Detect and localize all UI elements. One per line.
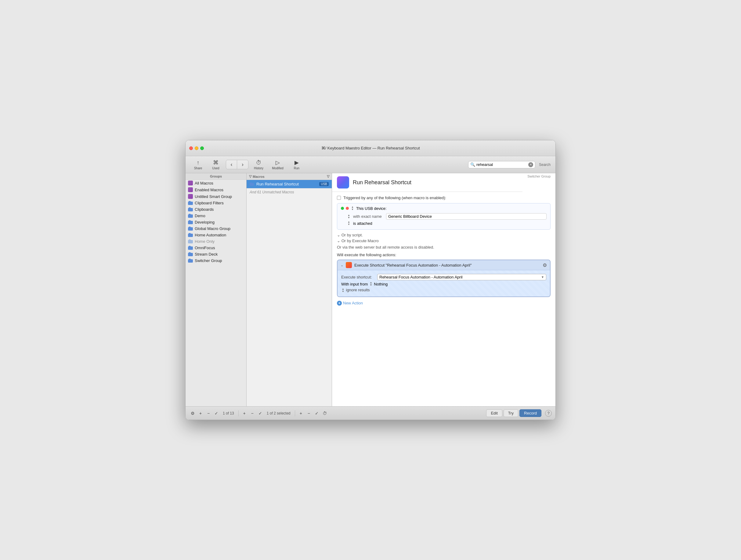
clipboard-filters-folder-icon bbox=[188, 201, 193, 205]
sidebar-item-demo[interactable]: Demo bbox=[186, 213, 246, 219]
share-icon: ↑ bbox=[197, 160, 200, 166]
sidebar-item-omnifocus[interactable]: OmniFocus bbox=[186, 245, 246, 251]
forward-icon: › bbox=[242, 161, 244, 168]
device-name-input[interactable] bbox=[386, 213, 547, 220]
maximize-button[interactable] bbox=[200, 146, 204, 150]
macros-check-button[interactable]: ✓ bbox=[257, 410, 264, 417]
detail-panel: Switcher Group Triggered by any of the f… bbox=[332, 173, 555, 406]
actions-check-button[interactable]: ✓ bbox=[314, 410, 320, 417]
trigger-is-attached-row: ▲▼ is attached bbox=[347, 221, 547, 226]
back-icon: ‹ bbox=[231, 161, 232, 168]
home-automation-folder-icon bbox=[188, 233, 193, 237]
record-button[interactable]: Record bbox=[520, 409, 541, 417]
trigger-disabled-dot bbox=[346, 207, 349, 210]
groups-remove-button[interactable]: − bbox=[205, 410, 212, 417]
trigger-block-header: ▲▼ This USB device: bbox=[341, 206, 547, 211]
trigger-exact-name-row: ▲▼ with exact name bbox=[347, 213, 547, 220]
nav-group: ‹ › bbox=[226, 160, 249, 169]
action-collapse-button[interactable]: ⌄ bbox=[341, 263, 343, 267]
run-rehearsal-folder-icon bbox=[250, 182, 254, 186]
search-clear-button[interactable]: ✕ bbox=[528, 162, 533, 167]
actions-clock-button[interactable]: ⏱ bbox=[321, 410, 328, 417]
with-input-row: With input from ▲▼ Nothing bbox=[341, 282, 546, 287]
home-only-folder-icon bbox=[188, 239, 193, 243]
clipboards-folder-icon bbox=[188, 208, 193, 211]
sidebar-item-home-automation[interactable]: Home Automation bbox=[186, 232, 246, 238]
history-button[interactable]: ⏱ History bbox=[251, 158, 266, 171]
omnifocus-folder-icon bbox=[188, 246, 193, 250]
modified-button[interactable]: ▷ Modified bbox=[269, 158, 286, 171]
unmatched-macros: And 61 Unmatched Macros bbox=[247, 188, 332, 196]
macro-icon bbox=[337, 176, 349, 188]
ignore-results-row[interactable]: ▲▼ ignore results bbox=[341, 288, 546, 293]
toolbar: ↑ Share ⌘ Used ‹ › ⏱ History ▷ Modified … bbox=[186, 156, 555, 173]
action-header: ⌄ Execute Shortcut "Rehearsal Focus Auto… bbox=[338, 260, 550, 270]
execute-shortcut-label: Execute shortcut: bbox=[341, 275, 375, 279]
share-button[interactable]: ↑ Share bbox=[190, 158, 206, 171]
sidebar-item-switcher-group[interactable]: Switcher Group bbox=[186, 257, 246, 264]
used-icon: ⌘ bbox=[213, 159, 218, 166]
sidebar-item-clipboards[interactable]: Clipboards bbox=[186, 206, 246, 213]
sidebar-item-untitled-smart-group[interactable]: Untitled Smart Group bbox=[186, 193, 246, 200]
all-macros-icon bbox=[188, 180, 193, 185]
run-button[interactable]: ▶ Run bbox=[289, 158, 304, 171]
new-action-button[interactable]: + New Action bbox=[337, 301, 551, 306]
macros-remove-button[interactable]: − bbox=[249, 410, 256, 417]
switcher-group-folder-icon bbox=[188, 259, 193, 263]
macros-add-button[interactable]: + bbox=[241, 410, 248, 417]
or-script-row[interactable]: Or by script. bbox=[337, 233, 551, 237]
main-window: ⌘/ Keyboard Maestro Editor — Run Rehears… bbox=[185, 140, 556, 420]
actions-remove-button[interactable]: − bbox=[306, 410, 312, 417]
execute-shortcut-row: Execute shortcut: Rehearsal Focus Automa… bbox=[341, 274, 546, 280]
macros-header: ▽ Macros ▽ bbox=[247, 173, 332, 180]
used-button[interactable]: ⌘ Used bbox=[208, 158, 223, 171]
macros-panel: ▽ Macros ▽ Run Rehearsal Shortcut USB An… bbox=[247, 173, 332, 406]
sidebar-item-enabled-macros[interactable]: Enabled Macros bbox=[186, 186, 246, 193]
macro-title-input[interactable] bbox=[353, 179, 518, 186]
nothing-stepper[interactable]: ▲▼ bbox=[369, 282, 372, 287]
is-attached-label: is attached bbox=[353, 221, 372, 226]
action-gear-button[interactable]: ⚙ bbox=[543, 262, 547, 268]
groups-check-button[interactable]: ✓ bbox=[213, 410, 220, 417]
help-button[interactable]: ? bbox=[545, 410, 552, 417]
smart-group-icon bbox=[188, 194, 193, 199]
search-input[interactable] bbox=[476, 162, 527, 167]
history-icon: ⏱ bbox=[256, 160, 262, 166]
forward-button[interactable]: › bbox=[237, 160, 248, 169]
try-button[interactable]: Try bbox=[503, 409, 518, 417]
sidebar-item-home-only[interactable]: Home Only bbox=[186, 238, 246, 245]
sidebar-item-clipboard-filters[interactable]: Clipboard Filters bbox=[186, 200, 246, 206]
actions-add-button[interactable]: + bbox=[297, 410, 304, 417]
new-action-plus-icon: + bbox=[337, 301, 342, 306]
bottom-divider-2 bbox=[295, 410, 295, 416]
modified-icon: ▷ bbox=[276, 159, 280, 166]
or-execute-macro-row[interactable]: Or by Execute Macro bbox=[337, 239, 551, 243]
trigger-checkbox[interactable] bbox=[337, 196, 341, 200]
back-button[interactable]: ‹ bbox=[226, 160, 237, 169]
shortcut-chevron-icon: ▼ bbox=[541, 275, 544, 279]
detail-body: Triggered by any of the following (when … bbox=[332, 192, 555, 406]
sidebar-item-developing[interactable]: Developing bbox=[186, 219, 246, 225]
trigger-stepper[interactable]: ▲▼ bbox=[351, 206, 354, 211]
groups-gear-button[interactable]: ⚙ bbox=[189, 410, 196, 417]
sidebar-item-all-macros[interactable]: All Macros bbox=[186, 180, 246, 186]
exact-name-stepper[interactable]: ▲▼ bbox=[348, 214, 350, 219]
is-attached-stepper[interactable]: ▲▼ bbox=[348, 221, 350, 226]
sidebar-item-stream-deck[interactable]: Stream Deck bbox=[186, 251, 246, 257]
exact-name-label: with exact name bbox=[353, 214, 384, 219]
sidebar-item-global-macro-group[interactable]: Global Macro Group bbox=[186, 225, 246, 232]
edit-button[interactable]: Edit bbox=[486, 409, 502, 417]
macro-count: 1 of 2 selected bbox=[267, 411, 290, 415]
group-count: 1 of 13 bbox=[223, 411, 234, 415]
minimize-button[interactable] bbox=[195, 146, 198, 150]
groups-add-button[interactable]: + bbox=[197, 410, 204, 417]
bottom-bar: ⚙ + − ✓ 1 of 13 + − ✓ 1 of 2 selected + … bbox=[186, 406, 555, 420]
developing-folder-icon bbox=[188, 220, 193, 224]
trigger-row: Triggered by any of the following (when … bbox=[337, 195, 551, 200]
macro-item-run-rehearsal[interactable]: Run Rehearsal Shortcut USB bbox=[247, 180, 332, 188]
shortcut-select[interactable]: Rehearsal Focus Automation - Automation … bbox=[377, 274, 546, 280]
close-button[interactable] bbox=[189, 146, 193, 150]
macros-sort-icon: ▽ bbox=[327, 174, 329, 178]
main-content: Groups All Macros Enabled Macros Untitle… bbox=[186, 173, 555, 406]
trigger-enabled-dot bbox=[341, 207, 344, 210]
